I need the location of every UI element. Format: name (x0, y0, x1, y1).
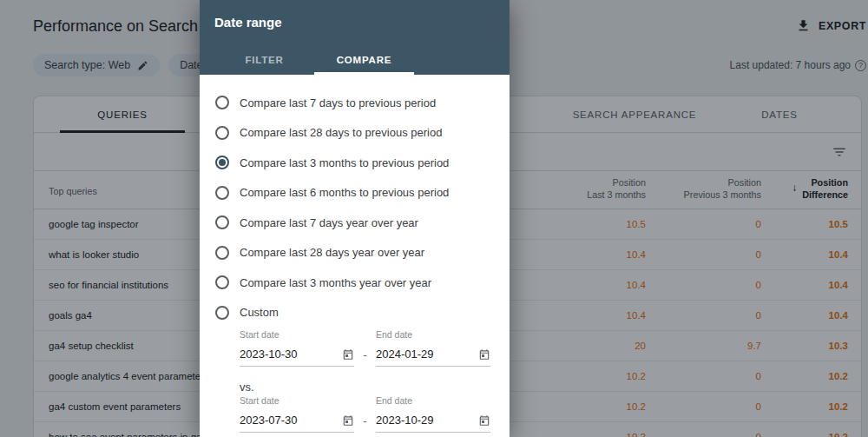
date-range-row-1: Start date 2023-10-30 - End date 2024-01… (240, 329, 494, 367)
end-date-label: End date (376, 395, 490, 407)
start-date-value[interactable]: 2023-10-30 (240, 348, 298, 361)
radio-option[interactable]: Compare last 6 months to previous period (200, 178, 510, 209)
start-date-label: Start date (240, 395, 354, 407)
radio-selected-icon (215, 156, 229, 169)
radio-icon (215, 126, 229, 140)
start-date-label: Start date (240, 329, 354, 341)
radio-icon (215, 246, 229, 260)
end-date-value[interactable]: 2024-01-29 (376, 348, 434, 361)
calendar-icon[interactable] (478, 414, 490, 427)
radio-option[interactable]: Compare last 7 days year over year (200, 208, 510, 238)
tab-compare-label: COMPARE (337, 55, 392, 65)
radio-icon (215, 186, 229, 200)
vs-label: vs. (240, 381, 494, 394)
dialog-title: Date range (214, 15, 282, 30)
radio-icon (215, 306, 229, 320)
date-range-row-2: Start date 2023-07-30 - End date 2023-10… (240, 395, 494, 433)
calendar-icon[interactable] (342, 414, 354, 427)
radio-option-custom[interactable]: Custom (200, 298, 510, 328)
radio-option[interactable]: Compare last 3 months year over year (200, 268, 510, 298)
start-date-value[interactable]: 2023-07-30 (240, 414, 298, 427)
tab-compare[interactable]: COMPARE (314, 45, 414, 75)
radio-option[interactable]: Compare last 7 days to previous period (200, 88, 510, 118)
radio-icon (215, 275, 229, 289)
calendar-icon[interactable] (478, 348, 490, 361)
dialog-tabs: FILTER COMPARE (214, 45, 414, 75)
radio-icon (215, 96, 229, 109)
start-date-field-1[interactable]: Start date 2023-10-30 (240, 329, 354, 367)
radio-option-selected[interactable]: Compare last 3 months to previous period (200, 148, 510, 178)
end-date-field-1[interactable]: End date 2024-01-29 (376, 329, 490, 367)
tab-filter[interactable]: FILTER (214, 45, 314, 75)
date-separator: - (354, 329, 376, 367)
radio-icon (215, 215, 229, 229)
radio-option[interactable]: Compare last 28 days year over year (200, 238, 510, 268)
calendar-icon[interactable] (342, 348, 354, 361)
date-separator: - (354, 395, 376, 433)
end-date-field-2[interactable]: End date 2023-10-29 (376, 395, 490, 433)
dialog-body: Compare last 7 days to previous period C… (200, 75, 510, 433)
end-date-value[interactable]: 2023-10-29 (376, 414, 434, 427)
date-range-dialog: Date range FILTER COMPARE Compare last 7… (200, 0, 510, 437)
start-date-field-2[interactable]: Start date 2023-07-30 (240, 395, 354, 433)
dialog-header: Date range FILTER COMPARE (200, 0, 510, 75)
end-date-label: End date (376, 329, 490, 341)
active-tab-indicator (314, 72, 414, 75)
radio-option[interactable]: Compare last 28 days to previous period (200, 118, 510, 149)
custom-date-section: Start date 2023-10-30 - End date 2024-01… (200, 328, 510, 433)
